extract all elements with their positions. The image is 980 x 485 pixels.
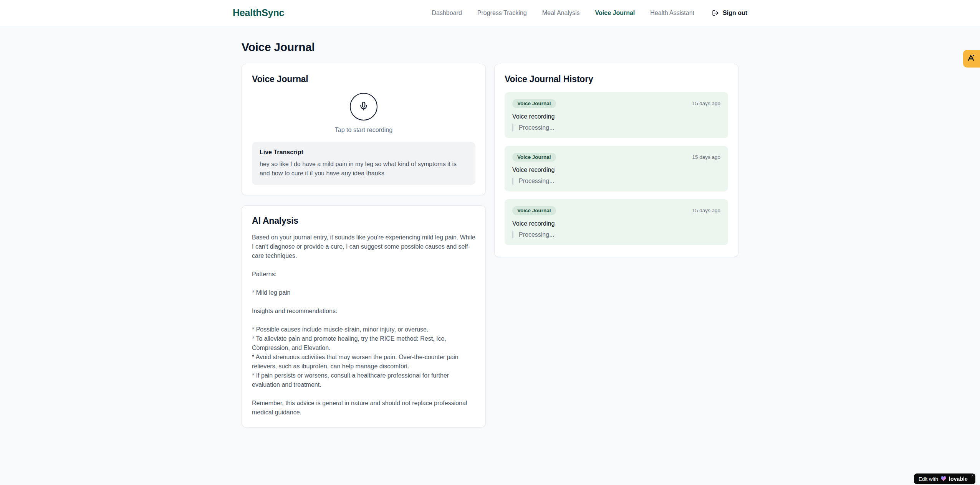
entry-type-badge: Voice Journal [512, 99, 556, 108]
edit-with-label: Edit with [919, 476, 938, 482]
recorder-card-title: Voice Journal [252, 74, 475, 84]
top-navbar: HealthSync Dashboard Progress Tracking M… [0, 0, 980, 26]
entry-title: Voice recording [512, 220, 720, 227]
history-list: Voice Journal 15 days ago Voice recordin… [505, 92, 728, 245]
lovable-a-icon [967, 54, 975, 64]
nav-item-progress-tracking[interactable]: Progress Tracking [477, 10, 527, 16]
sign-out-button[interactable]: Sign out [712, 10, 747, 16]
main-nav: Dashboard Progress Tracking Meal Analysi… [432, 10, 748, 16]
ai-analysis-text: Based on your journal entry, it sounds l… [252, 233, 475, 417]
entry-type-badge: Voice Journal [512, 206, 556, 215]
entry-title: Voice recording [512, 167, 720, 173]
edit-with-lovable-badge[interactable]: Edit with lovable × [914, 473, 975, 484]
nav-item-health-assistant[interactable]: Health Assistant [650, 10, 694, 16]
record-button[interactable] [350, 93, 377, 120]
sign-out-label: Sign out [723, 10, 747, 16]
entry-timestamp: 15 days ago [692, 208, 720, 213]
tap-to-record-hint: Tap to start recording [335, 127, 392, 134]
entry-title: Voice recording [512, 113, 720, 120]
entry-status: Processing... [512, 231, 720, 238]
entry-type-badge: Voice Journal [512, 153, 556, 162]
voice-recorder-card: Voice Journal Tap to start recording [242, 64, 486, 195]
main-content: Voice Journal Voice Journal [242, 41, 738, 427]
side-extension-badge[interactable] [963, 50, 980, 68]
page-title: Voice Journal [242, 41, 738, 54]
live-transcript-title: Live Transcript [260, 149, 468, 156]
voice-journal-history-card: Voice Journal History Voice Journal 15 d… [494, 64, 738, 257]
microphone-icon [359, 101, 369, 112]
nav-item-dashboard[interactable]: Dashboard [432, 10, 462, 16]
history-entry[interactable]: Voice Journal 15 days ago Voice recordin… [505, 199, 728, 245]
history-entry[interactable]: Voice Journal 15 days ago Voice recordin… [505, 146, 728, 192]
entry-status: Processing... [512, 124, 720, 131]
lovable-brand-label: lovable [949, 476, 968, 482]
entry-timestamp: 15 days ago [692, 154, 720, 160]
logout-icon [712, 10, 719, 16]
live-transcript-box: Live Transcript hey so like I do have a … [252, 142, 475, 185]
history-entry[interactable]: Voice Journal 15 days ago Voice recordin… [505, 92, 728, 138]
nav-item-voice-journal[interactable]: Voice Journal [595, 10, 635, 16]
entry-status: Processing... [512, 178, 720, 185]
live-transcript-text: hey so like I do have a mild pain in my … [260, 160, 468, 178]
entry-timestamp: 15 days ago [692, 101, 720, 106]
lovable-heart-icon [940, 475, 947, 483]
ai-analysis-title: AI Analysis [252, 216, 475, 226]
close-icon[interactable]: × [971, 474, 973, 478]
app-logo[interactable]: HealthSync [233, 7, 284, 18]
history-card-title: Voice Journal History [505, 74, 728, 84]
nav-item-meal-analysis[interactable]: Meal Analysis [542, 10, 580, 16]
ai-analysis-card: AI Analysis Based on your journal entry,… [242, 205, 486, 427]
